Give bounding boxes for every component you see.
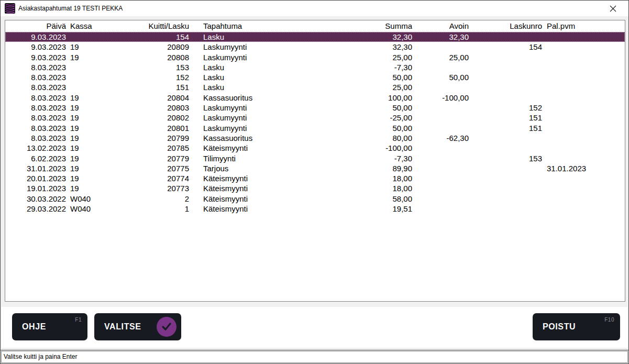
cell-palpvm xyxy=(542,72,625,82)
cell-laskunro xyxy=(469,173,542,183)
table-row[interactable]: 8.03.2023 151 Lasku 25,00 xyxy=(5,82,625,92)
cell-summa: 32,30 xyxy=(336,42,412,52)
exit-button[interactable]: POISTU F10 xyxy=(533,313,620,340)
cell-summa: 100,00 xyxy=(336,93,412,103)
column-header-avoin: Avoin xyxy=(412,20,469,32)
cell-avoin: 32,30 xyxy=(412,32,469,42)
cell-tapahtuma: Lasku xyxy=(189,82,336,92)
cell-paiva: 9.03.2023 xyxy=(5,42,66,52)
column-header-palpvm: Pal.pvm xyxy=(542,20,625,32)
cell-tapahtuma: Lasku xyxy=(189,72,336,82)
cell-paiva: 13.02.2023 xyxy=(5,143,66,153)
app-window: Asiakastapahtumat 19 TESTI PEKKA Päivä K… xyxy=(0,0,629,364)
column-header-kuitti-lasku: Kuitti/Lasku xyxy=(134,20,189,32)
table-row[interactable]: 8.03.2023 19 20803 Laskumyynti 50,00 152 xyxy=(5,103,625,113)
cell-palpvm: 31.01.2023 xyxy=(542,163,625,173)
cell-laskunro xyxy=(469,62,542,72)
table-row[interactable]: 8.03.2023 152 Lasku 50,00 50,00 xyxy=(5,72,625,82)
cell-tapahtuma: Laskumyynti xyxy=(189,52,336,62)
cell-kuitti-lasku: 20773 xyxy=(134,183,189,193)
cell-kuitti-lasku: 2 xyxy=(134,194,189,204)
cell-avoin xyxy=(412,183,469,193)
cell-tapahtuma: Laskumyynti xyxy=(189,103,336,113)
help-button[interactable]: OHJE F1 xyxy=(12,313,87,340)
cell-palpvm xyxy=(542,133,625,143)
cell-paiva: 30.03.2022 xyxy=(5,194,66,204)
cell-palpvm xyxy=(542,173,625,183)
table-row[interactable]: 8.03.2023 19 20804 Kassasuoritus 100,00 … xyxy=(5,93,625,103)
cell-kassa xyxy=(66,32,134,42)
cell-paiva: 8.03.2023 xyxy=(5,82,66,92)
cell-tapahtuma: Laskumyynti xyxy=(189,42,336,52)
cell-paiva: 8.03.2023 xyxy=(5,72,66,82)
close-button[interactable] xyxy=(602,1,623,16)
column-header-kassa: Kassa xyxy=(66,20,134,32)
cell-paiva: 31.01.2023 xyxy=(5,163,66,173)
cell-summa: 89,90 xyxy=(336,163,412,173)
table-row[interactable]: 19.01.2023 19 20773 Käteismyynti 18,00 xyxy=(5,183,625,193)
table-row[interactable]: 9.03.2023 154 Lasku 32,30 32,30 xyxy=(5,32,625,42)
cell-avoin: 25,00 xyxy=(412,52,469,62)
select-button[interactable]: VALITSE xyxy=(94,313,181,340)
table-row[interactable]: 13.02.2023 19 20785 Käteismyynti -100,00 xyxy=(5,143,625,153)
cell-kuitti-lasku: 20803 xyxy=(134,103,189,113)
window-title: Asiakastapahtumat 19 TESTI PEKKA xyxy=(18,5,123,12)
cell-tapahtuma: Käteismyynti xyxy=(189,183,336,193)
cell-laskunro xyxy=(469,82,542,92)
cell-palpvm xyxy=(542,194,625,204)
cell-laskunro: 151 xyxy=(469,113,542,123)
cell-kuitti-lasku: 20775 xyxy=(134,163,189,173)
status-bar: Valitse kuitti ja paina Enter xyxy=(1,350,628,363)
cell-avoin xyxy=(412,113,469,123)
status-message: Valitse kuitti ja paina Enter xyxy=(1,351,628,363)
cell-summa: 25,00 xyxy=(336,52,412,62)
cell-palpvm xyxy=(542,52,625,62)
table-row[interactable]: 9.03.2023 19 20808 Laskumyynti 25,00 25,… xyxy=(5,52,625,62)
cell-paiva: 8.03.2023 xyxy=(5,133,66,143)
cell-avoin: -62,30 xyxy=(412,133,469,143)
cell-tapahtuma: Lasku xyxy=(189,62,336,72)
cell-kassa: 19 xyxy=(66,153,134,163)
table-row[interactable]: 8.03.2023 19 20802 Laskumyynti -25,00 15… xyxy=(5,113,625,123)
exit-button-label: POISTU xyxy=(543,322,576,331)
cell-tapahtuma: Käteismyynti xyxy=(189,143,336,153)
cell-avoin xyxy=(412,82,469,92)
cell-paiva: 19.01.2023 xyxy=(5,183,66,193)
cell-kuitti-lasku: 153 xyxy=(134,62,189,72)
cell-paiva: 6.02.2023 xyxy=(5,153,66,163)
table-row[interactable]: 30.03.2022 W040 2 Käteismyynti 58,00 xyxy=(5,194,625,204)
table-row[interactable]: 20.01.2023 19 20774 Käteismyynti 18,00 xyxy=(5,173,625,183)
table-row[interactable]: 31.01.2023 19 20775 Tarjous 89,90 31.01.… xyxy=(5,163,625,173)
cell-palpvm xyxy=(542,183,625,193)
exit-fkey-label: F10 xyxy=(604,317,614,323)
cell-laskunro xyxy=(469,194,542,204)
cell-palpvm xyxy=(542,123,625,133)
cell-avoin xyxy=(412,153,469,163)
cell-laskunro xyxy=(469,93,542,103)
cell-kuitti-lasku: 20809 xyxy=(134,42,189,52)
cell-paiva: 8.03.2023 xyxy=(5,62,66,72)
cell-kassa: 19 xyxy=(66,183,134,193)
cell-kuitti-lasku: 20808 xyxy=(134,52,189,62)
cell-laskunro: 152 xyxy=(469,103,542,113)
close-icon xyxy=(610,5,616,12)
app-icon xyxy=(5,3,15,14)
table-row[interactable]: 8.03.2023 153 Lasku -7,30 xyxy=(5,62,625,72)
table-row[interactable]: 29.03.2022 W040 1 Käteismyynti 19,51 xyxy=(5,204,625,214)
table-row[interactable]: 6.02.2023 19 20779 Tilimyynti -7,30 153 xyxy=(5,153,625,163)
cell-tapahtuma: Kassasuoritus xyxy=(189,93,336,103)
cell-summa: 80,00 xyxy=(336,133,412,143)
cell-kuitti-lasku: 1 xyxy=(134,204,189,214)
transactions-table: Päivä Kassa Kuitti/Lasku Tapahtuma Summa… xyxy=(5,20,625,302)
table-row[interactable]: 8.03.2023 19 20801 Laskumyynti 50,00 151 xyxy=(5,123,625,133)
cell-paiva: 8.03.2023 xyxy=(5,93,66,103)
table-row[interactable]: 8.03.2023 19 20799 Kassasuoritus 80,00 -… xyxy=(5,133,625,143)
table-row[interactable]: 9.03.2023 19 20809 Laskumyynti 32,30 154 xyxy=(5,42,625,52)
cell-tapahtuma: Käteismyynti xyxy=(189,173,336,183)
cell-laskunro: 153 xyxy=(469,153,542,163)
cell-kassa: 19 xyxy=(66,93,134,103)
cell-laskunro xyxy=(469,133,542,143)
help-button-label: OHJE xyxy=(22,322,46,331)
cell-laskunro xyxy=(469,32,542,42)
cell-kassa: 19 xyxy=(66,103,134,113)
